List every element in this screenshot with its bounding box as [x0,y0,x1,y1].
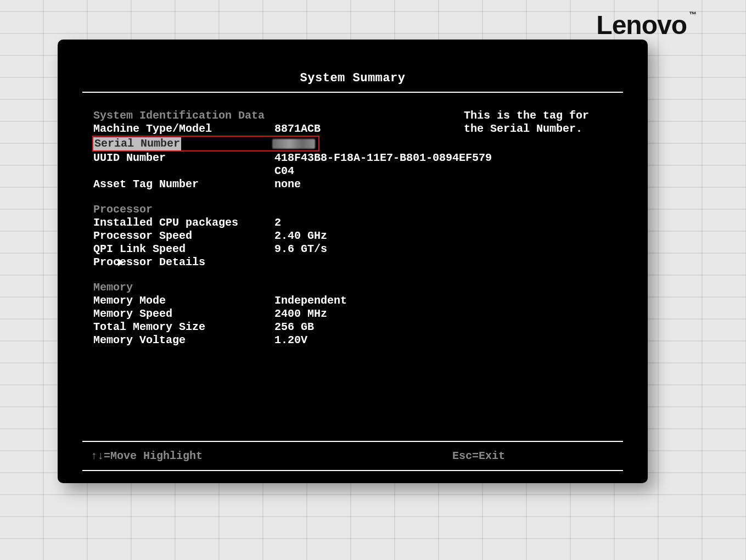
row-processor-speed[interactable]: Processor Speed2.40 GHz [93,229,623,243]
value-processor-speed: 2.40 GHz [274,229,327,243]
chevron-right-icon [118,259,124,266]
row-memory-mode[interactable]: Memory ModeIndependent [93,294,623,307]
value-serial-number-redacted [272,139,315,149]
label-memory-size: Total Memory Size [93,321,274,334]
brand-logo: Lenovo™ [596,10,697,40]
label-cpu-packages: Installed CPU packages [93,216,274,229]
label-machine-type: Machine Type/Model [93,122,274,136]
row-uuid[interactable]: UUID Number418F43B8-F18A-11E7-B801-0894E… [93,152,623,165]
row-asset-tag[interactable]: Asset Tag Numbernone [93,178,623,191]
value-memory-voltage: 1.20V [274,334,307,347]
value-qpi-speed: 9.6 GT/s [274,243,327,256]
value-memory-mode: Independent [274,294,347,307]
row-uuid-cont: C04 [93,165,623,178]
row-serial-number[interactable]: Serial Number [92,136,319,152]
row-memory-speed[interactable]: Memory Speed2400 MHz [93,307,623,321]
label-memory-speed: Memory Speed [93,307,274,321]
row-processor-details[interactable]: Processor Details [93,256,623,269]
content-area: This is the tag for the Serial Number. S… [58,93,648,347]
value-uuid-line2: C04 [274,165,294,178]
label-processor-speed: Processor Speed [93,229,274,243]
value-memory-speed: 2400 MHz [274,307,327,321]
section-header-memory: Memory [93,281,623,294]
bios-console: System Summary This is the tag for the S… [58,40,648,483]
value-cpu-packages: 2 [274,216,281,229]
hint-exit: Esc=Exit [452,450,505,462]
page-title: System Summary [58,40,648,92]
value-asset-tag: none [274,178,301,191]
help-text: This is the tag for the Serial Number. [464,109,607,136]
label-serial-number: Serial Number [93,137,181,150]
row-cpu-packages[interactable]: Installed CPU packages2 [93,216,623,229]
label-asset-tag: Asset Tag Number [93,178,274,191]
label-qpi-speed: QPI Link Speed [93,243,274,256]
label-memory-voltage: Memory Voltage [93,334,274,347]
value-machine-type: 8871ACB [274,122,321,136]
footer: ↑↓=Move Highlight Esc=Exit [58,441,648,471]
row-memory-voltage[interactable]: Memory Voltage1.20V [93,334,623,347]
value-memory-size: 256 GB [274,321,314,334]
label-uuid: UUID Number [93,152,274,165]
value-uuid-line1: 418F43B8-F18A-11E7-B801-0894EF579 [274,152,492,165]
row-memory-size[interactable]: Total Memory Size256 GB [93,321,623,334]
section-header-processor: Processor [93,203,623,216]
hint-move-highlight: ↑↓=Move Highlight [91,450,203,462]
label-memory-mode: Memory Mode [93,294,274,307]
row-qpi-speed[interactable]: QPI Link Speed9.6 GT/s [93,243,623,256]
divider-footer-bottom [82,470,623,471]
